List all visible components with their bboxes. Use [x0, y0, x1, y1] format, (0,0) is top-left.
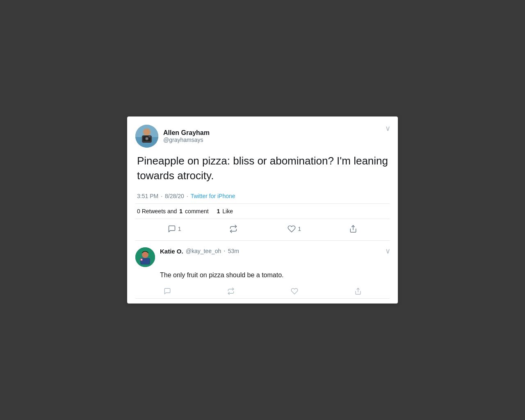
reply-tweet-more-button[interactable]: ∨	[385, 247, 390, 256]
reply-name-row: Katie O. @kay_tee_oh · 53m	[160, 247, 239, 255]
main-user-info: Allen Grayham @grayhamsays	[163, 129, 210, 143]
reply-dot: ·	[224, 247, 225, 255]
comments-bold: 1	[179, 208, 183, 215]
main-tweet-actions: 1 1	[135, 219, 390, 241]
share-icon	[349, 225, 357, 233]
reply-reply-icon	[164, 288, 171, 295]
main-tweet-meta: 3:51 PM · 8/28/20 · Twitter for iPhone	[135, 189, 390, 204]
tweet-date: 8/28/20	[165, 193, 184, 199]
retweets-label: 0 Retweets and	[137, 208, 177, 215]
tweet-card: Allen Grayham @grayhamsays ∨ Pineapple o…	[127, 116, 398, 304]
svg-rect-7	[148, 136, 151, 137]
reply-tweet-actions	[135, 284, 390, 299]
dot-separator-2: ·	[187, 193, 188, 199]
reply-like-button[interactable]	[288, 286, 301, 297]
reply-icon	[168, 225, 176, 233]
tweet-source-link[interactable]: Twitter for iPhone	[191, 193, 235, 199]
heart-icon	[288, 225, 296, 233]
reply-user-info: Katie O. @kay_tee_oh · 53m	[160, 247, 239, 255]
main-display-name: Allen Grayham	[163, 129, 210, 137]
reply-display-name: Katie O.	[160, 248, 183, 255]
reply-tweet-text: The only fruit on pizza should be a toma…	[160, 270, 390, 280]
reply-share-icon	[354, 288, 362, 295]
main-tweet: Allen Grayham @grayhamsays ∨ Pineapple o…	[127, 116, 398, 241]
reply-tweet-header: Katie O. @kay_tee_oh · 53m ∨	[135, 247, 390, 267]
comments-label: comment	[185, 208, 209, 215]
dot-separator-1: ·	[161, 193, 162, 199]
like-button[interactable]: 1	[283, 222, 305, 235]
likes-label: Like	[222, 208, 233, 215]
main-tweet-more-button[interactable]: ∨	[385, 124, 390, 133]
likes-bold: 1	[217, 208, 220, 215]
reply-heart-icon	[291, 288, 298, 295]
share-button[interactable]	[345, 222, 361, 235]
main-user-avatar[interactable]	[135, 125, 158, 148]
reply-count: 1	[178, 226, 181, 232]
svg-point-6	[146, 137, 148, 139]
like-count: 1	[298, 226, 301, 232]
reply-tweet: Katie O. @kay_tee_oh · 53m ∨ The only fr…	[127, 241, 398, 304]
main-tweet-stats: 0 Retweets and 1 comment 1 Like	[135, 204, 390, 219]
svg-point-2	[143, 128, 151, 136]
tweet-time: 3:51 PM	[137, 193, 158, 199]
reply-username: @kay_tee_oh	[186, 248, 221, 254]
reply-button[interactable]: 1	[164, 222, 185, 235]
main-tweet-text: Pineapple on pizza: bliss or abomination…	[135, 153, 390, 183]
svg-point-13	[141, 259, 142, 260]
reply-retweet-icon	[227, 288, 235, 295]
main-tweet-header: Allen Grayham @grayhamsays	[135, 125, 390, 148]
reply-user-avatar[interactable]	[135, 247, 155, 267]
reply-time-ago: 53m	[228, 248, 239, 254]
retweet-icon	[229, 225, 237, 233]
reply-reply-button[interactable]	[160, 286, 174, 297]
reply-retweet-button[interactable]	[224, 286, 238, 297]
reply-share-button[interactable]	[351, 286, 365, 297]
main-username: @grayhamsays	[163, 137, 210, 143]
retweet-button[interactable]	[225, 222, 244, 235]
